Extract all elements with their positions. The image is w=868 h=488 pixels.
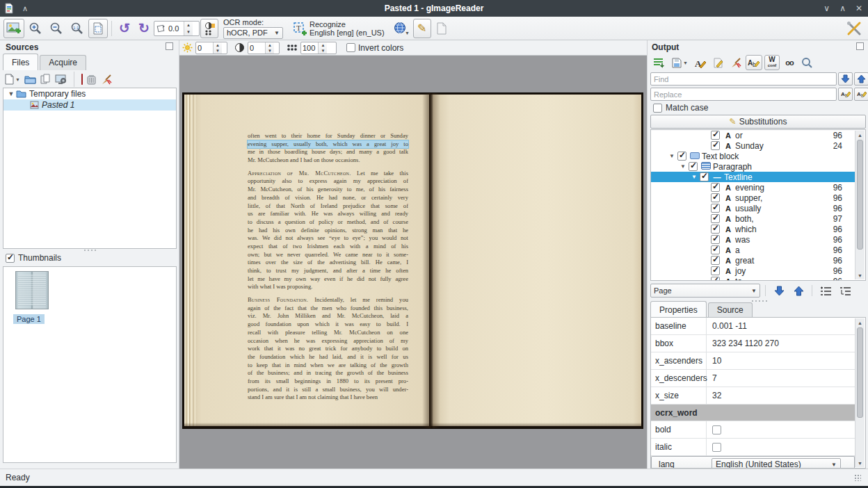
next-item-button[interactable] [771, 284, 787, 298]
maximize-button[interactable]: ∧ [839, 3, 846, 13]
remove-source-button[interactable] [81, 74, 83, 84]
item-checkbox[interactable] [711, 183, 720, 192]
rotate-left-button[interactable]: ↺ [115, 19, 134, 38]
tab-files[interactable]: Files [3, 54, 38, 70]
replace-all-button[interactable]: Ab [854, 88, 868, 101]
new-document-button[interactable] [433, 19, 451, 38]
property-row[interactable]: baseline 0.001 -11 ▼ [651, 318, 855, 335]
item-checkbox[interactable] [711, 193, 720, 202]
item-checkbox[interactable] [711, 245, 720, 254]
edit-hocr-button[interactable]: A [692, 55, 708, 70]
property-value[interactable]: 323 234 1120 270 [712, 339, 779, 348]
ocr-tree-row[interactable]: ▼ great 96 [651, 255, 855, 266]
ocr-tree-row[interactable]: ▼ which 96 [651, 224, 855, 234]
ocr-tree-row[interactable]: ▼ Sunday 24 [651, 140, 855, 151]
property-value[interactable]: 32 [712, 391, 721, 400]
contrast-value[interactable]: 0 [248, 42, 265, 54]
tree-item-row[interactable]: Pasted 1 [3, 99, 176, 111]
resolution-value[interactable]: 100 [301, 42, 318, 54]
ocr-tree-row[interactable]: ▼ usually 96 [651, 203, 855, 213]
ocr-tree-row[interactable]: ▼ supper, 96 [651, 193, 855, 203]
close-button[interactable]: ✕ [855, 3, 862, 13]
collapse-all-button[interactable] [817, 284, 834, 298]
expander-icon[interactable]: ▼ [677, 163, 689, 170]
item-checkbox[interactable] [711, 214, 720, 223]
contrast-spinbox[interactable]: 0 ▲▼ [248, 42, 280, 54]
image-controls-toggle[interactable] [200, 19, 218, 38]
rotation-spinbox[interactable]: 0.0 ▲▼ [154, 21, 200, 36]
ocr-tree-row[interactable]: ▼ both, 97 [651, 213, 855, 224]
detach-panel-icon[interactable] [166, 42, 173, 50]
settings-button[interactable] [844, 19, 865, 38]
page-thumbnail-label[interactable]: Page 1 [13, 314, 45, 324]
match-case-checkbox[interactable] [653, 104, 662, 113]
property-row[interactable]: lang English (United States) ▼ [651, 456, 855, 469]
item-checkbox[interactable] [689, 162, 698, 171]
expander-icon[interactable]: ▼ [666, 153, 677, 159]
property-row[interactable]: bbox 323 234 1120 270 ▼ [651, 335, 855, 352]
expander-icon[interactable]: ▼ [6, 90, 16, 97]
brightness-spinbox[interactable]: 0 ▲▼ [195, 42, 227, 54]
property-checkbox[interactable] [712, 425, 721, 434]
replace-button[interactable]: Ab [838, 88, 853, 101]
property-value[interactable]: English (United States) [716, 459, 801, 469]
clear-output-button[interactable] [728, 55, 744, 70]
tree-folder-row[interactable]: ▼ Temporary files [3, 88, 176, 99]
insert-mode-button[interactable] [650, 55, 667, 70]
item-checkbox[interactable] [700, 172, 709, 181]
open-file-button[interactable]: ▼ [4, 74, 20, 85]
tab-source[interactable]: Source [708, 302, 753, 318]
item-checkbox[interactable] [711, 131, 720, 140]
resize-grip[interactable] [854, 474, 861, 481]
find-prev-button[interactable] [854, 72, 868, 86]
tree-scrollbar[interactable]: ▲ ▼ [855, 131, 865, 279]
tab-acquire[interactable]: Acquire [40, 55, 86, 70]
zoom-text-button[interactable] [799, 55, 815, 70]
item-checkbox[interactable] [711, 225, 720, 234]
item-checkbox[interactable] [711, 277, 720, 281]
rotate-right-button[interactable]: ↻ [135, 19, 153, 38]
contrast-spin-arrows[interactable]: ▲▼ [265, 42, 274, 54]
item-checkbox[interactable] [711, 141, 720, 150]
splitter-handle[interactable] [752, 300, 767, 302]
find-replace-doc-button[interactable] [710, 55, 725, 70]
language-button[interactable]: ▼ [391, 19, 412, 38]
delete-source-button[interactable] [87, 74, 96, 85]
find-replace-toggle[interactable]: Ab [746, 55, 762, 70]
minimize-button[interactable]: ∨ [823, 3, 830, 13]
thumbnails-checkbox[interactable] [6, 254, 15, 263]
brightness-value[interactable]: 0 [196, 42, 213, 54]
property-value[interactable]: 0.001 -11 [712, 321, 747, 331]
screenshot-button[interactable] [55, 74, 67, 85]
ocr-tree-row[interactable]: ▼ Text block [651, 151, 855, 161]
ocr-tree-row[interactable]: ▼ evening 96 [651, 182, 855, 193]
recognize-button[interactable]: T Recognize English [eng] (en_US) [288, 19, 389, 38]
ocr-tree-row[interactable]: ▼ Paragraph [651, 161, 855, 172]
ocr-mode-combobox[interactable]: hOCR, PDF ▼ [223, 27, 283, 39]
find-input[interactable] [650, 72, 837, 86]
item-checkbox[interactable] [711, 266, 720, 275]
zoom-original-button[interactable]: 1:1 [67, 19, 87, 38]
zoom-out-button[interactable] [47, 19, 66, 38]
resolution-spinbox[interactable]: 100 ▲▼ [300, 42, 337, 54]
tab-properties[interactable]: Properties [650, 301, 707, 318]
expand-all-button[interactable] [837, 284, 853, 298]
item-checkbox[interactable] [677, 152, 686, 161]
property-row[interactable]: ocrx_word ▼ [651, 405, 855, 421]
properties-scrollbar[interactable]: ▲ ▼ [855, 318, 865, 467]
property-row[interactable]: x_size 32 ▼ [651, 387, 855, 405]
paste-button[interactable] [40, 74, 51, 85]
expander-icon[interactable]: ▼ [689, 174, 700, 180]
substitutions-button[interactable]: ✎ Substitutions [650, 115, 866, 129]
image-canvas[interactable]: often went to their home for Sunday dinn… [179, 56, 647, 469]
item-checkbox[interactable] [711, 256, 720, 265]
whitespace-toggle[interactable]: oo [782, 55, 797, 70]
property-row[interactable]: bold ▼ [651, 421, 855, 439]
ocr-tree-row[interactable]: ▼ Textline [651, 172, 855, 182]
rotation-spin-arrows[interactable]: ▲▼ [184, 22, 193, 35]
open-folder-button[interactable] [24, 74, 36, 84]
property-row[interactable]: x_ascenders 10 ▼ [651, 352, 855, 370]
edit-output-button[interactable]: ✎ [413, 19, 431, 38]
invert-colors-checkbox[interactable] [346, 43, 355, 52]
property-row[interactable]: x_descenders 7 ▼ [651, 370, 855, 387]
